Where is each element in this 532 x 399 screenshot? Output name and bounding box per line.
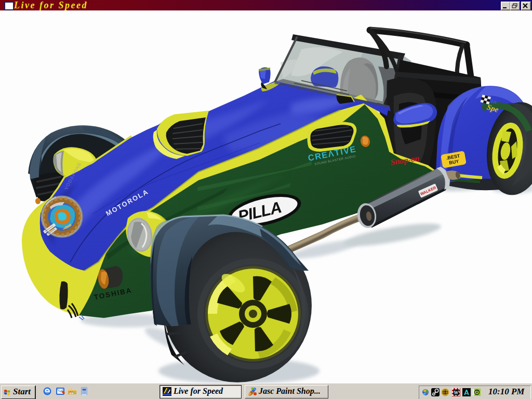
svg-text:W: W <box>454 389 459 395</box>
